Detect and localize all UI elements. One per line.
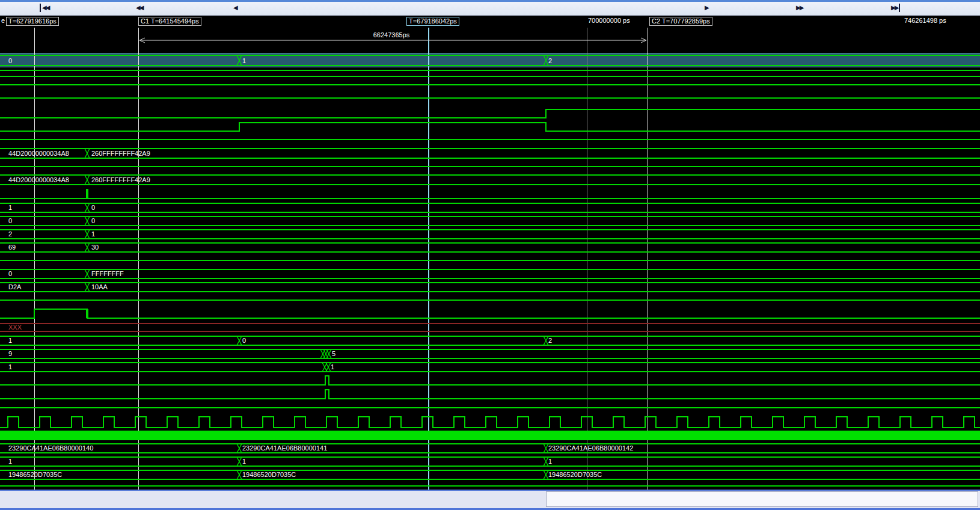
signal-row-16[interactable]: 0FFFFFFFF (0, 269, 980, 278)
value-label: 0 (91, 217, 95, 224)
value-label: FFFFFFFF (91, 270, 124, 277)
signal-row-30[interactable]: 111 (0, 457, 980, 466)
cursor-flag-c2[interactable]: C2 T=707792859ps (649, 17, 712, 26)
value-label: 1 (8, 204, 12, 211)
value-label: 1 (91, 230, 95, 238)
nav-fast-forward-icon[interactable]: ▶▶ (795, 4, 804, 12)
timeline[interactable]: e T=627919616ps C1 T=641545494ps T=67918… (0, 16, 980, 28)
clock-row[interactable] (0, 417, 980, 428)
narrow-pulse-row-a[interactable] (0, 376, 980, 385)
value-label: 2 (8, 230, 12, 238)
nav-step-forward-icon[interactable]: ▶ (703, 4, 709, 12)
value-label: 1 (8, 363, 12, 370)
value-label: 1 (8, 458, 12, 465)
value-label: 1 (242, 57, 246, 64)
value-label: 2 (548, 337, 552, 344)
toolbar: ◀◀ ◀◀ ◀ ▶ ▶▶ ▶▶ (0, 2, 980, 16)
value-label: 44D20000000034A8 (8, 176, 69, 183)
pulse-with-tick-row[interactable] (0, 309, 980, 318)
value-label: 1 (8, 337, 12, 344)
nav-step-back-icon[interactable]: ◀ (232, 4, 238, 12)
value-label: 10AA (91, 283, 108, 290)
value-label: 23290CA41AE06B80000140 (8, 444, 93, 452)
signal-row-22[interactable]: 95 (0, 349, 980, 358)
value-label: 260FFFFFFFF42A9 (91, 176, 150, 183)
measure-arrow (139, 38, 646, 43)
signal-row-14[interactable]: 6930 (0, 243, 980, 252)
narrow-pulse-row-b[interactable] (0, 390, 980, 399)
unknown-value-row[interactable]: XXX (0, 324, 980, 331)
value-label: 0 (8, 57, 12, 64)
value-label: 19486520D7035C (8, 471, 62, 478)
waveform-viewer-window: ◀◀ ◀◀ ◀ ▶ ▶▶ ▶▶ e T=627919616ps C1 T=641… (0, 0, 980, 510)
nav-skip-start-icon[interactable]: ◀◀ (40, 4, 50, 12)
time-tick-label: 700000000 ps (588, 17, 630, 25)
signal-row-12[interactable]: 00 (0, 217, 980, 226)
cursor-flag-c1[interactable]: C1 T=641545494ps (138, 17, 201, 26)
value-label: 260FFFFFFFF42A9 (91, 150, 150, 157)
measure-span-label: 66247365ps (358, 31, 424, 38)
value-label: 1 (331, 363, 334, 370)
scalar-step-up-row[interactable] (0, 109, 980, 118)
hex-bus-row-b[interactable]: 44D20000000034A8260FFFFFFFF42A9 (0, 175, 980, 185)
value-label: XXX (8, 324, 22, 331)
cursor-flag-current[interactable]: T=679186042ps (406, 17, 459, 26)
time-tick-end-label: 746261498 ps (904, 17, 946, 25)
signal-row-23[interactable]: 11 (0, 363, 980, 372)
value-label: 0 (8, 270, 12, 277)
cursor-flag-baseline[interactable]: T=627919616ps (6, 17, 59, 26)
value-label: 1 (242, 458, 246, 465)
value-label: 0 (91, 204, 95, 211)
scalar-pulse-row[interactable] (0, 123, 980, 131)
value-label: 1 (548, 458, 552, 465)
value-label: 19486520D7035C (242, 471, 296, 478)
nav-fast-rewind-icon[interactable]: ◀◀ (135, 4, 144, 12)
value-label: 2 (548, 57, 552, 64)
event-row[interactable] (0, 189, 980, 198)
horizontal-scrollbar[interactable] (0, 490, 980, 510)
value-label: 0 (242, 337, 246, 344)
value-label: 19486520D7035C (548, 471, 602, 478)
value-label: 30 (91, 244, 99, 251)
value-label: 69 (8, 244, 16, 251)
waveform-canvas[interactable]: 01244D20000000034A8260FFFFFFFF42A944D200… (0, 0, 980, 510)
value-label: 44D20000000034A8 (8, 150, 69, 157)
fast-clock-row[interactable] (0, 431, 980, 440)
clipped-label: e (1, 17, 5, 25)
signal-row-17[interactable]: D2A10AA (0, 283, 980, 292)
nav-skip-end-icon[interactable]: ▶▶ (890, 4, 900, 12)
hex-bus-row-a[interactable]: 44D20000000034A8260FFFFFFFF42A9 (0, 149, 980, 158)
signal-row-11[interactable]: 10 (0, 203, 980, 212)
value-label: 5 (332, 350, 335, 357)
signal-row-21[interactable]: 102 (0, 336, 980, 345)
value-label: 9 (8, 350, 12, 357)
value-label: 23290CA41AE06B80000142 (548, 444, 633, 452)
signal-row-29[interactable]: 23290CA41AE06B8000014023290CA41AE06B8000… (0, 444, 980, 453)
signal-row-31[interactable]: 19486520D7035C19486520D7035C19486520D703… (0, 470, 980, 479)
scrollbar-thumb[interactable] (546, 491, 978, 507)
value-label: D2A (8, 283, 22, 290)
value-label: 0 (8, 217, 12, 224)
signal-row-13[interactable]: 21 (0, 230, 980, 239)
bus-row-flat[interactable] (0, 70, 980, 76)
value-label: 23290CA41AE06B80000141 (242, 444, 327, 452)
